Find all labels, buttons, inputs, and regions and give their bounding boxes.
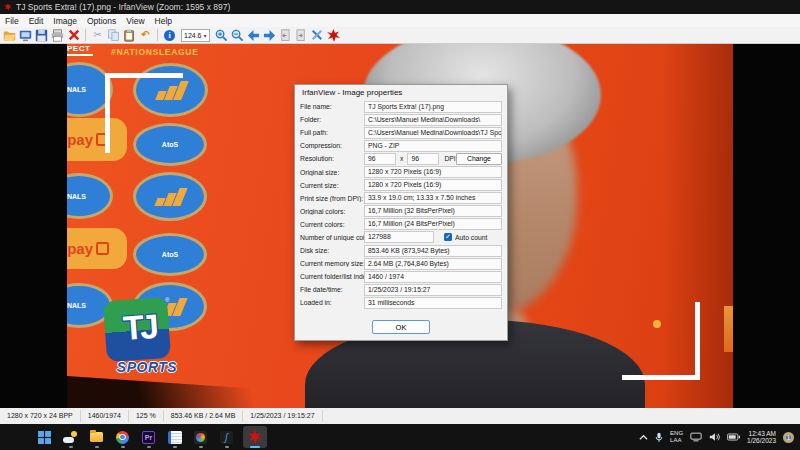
battery-icon[interactable] <box>727 433 740 441</box>
microphone-icon[interactable] <box>655 432 663 443</box>
toolbar-separator <box>157 29 158 41</box>
irfanview-icon <box>248 430 262 444</box>
s-app-icon: ʃ <box>220 431 233 444</box>
sponsor-badge-adidas <box>133 172 207 221</box>
exit-red-icon <box>327 29 340 42</box>
status-filesize: 853.46 KB / 2.64 MB <box>164 410 244 422</box>
active-app-indicator <box>250 446 260 448</box>
change-dpi-button[interactable]: Change <box>456 153 502 165</box>
status-zoom: 125 % <box>129 410 164 422</box>
windows-taskbar: Pr ʃ ENG LAA 12:43 AM 1/26/2023 1 <box>0 424 800 450</box>
chrome-icon <box>116 431 129 444</box>
row-folder: Folder: C:\Users\Manuel Medina\Downloads… <box>295 113 507 126</box>
row-value: PNG - ZIP <box>364 140 502 152</box>
slideshow-icon <box>19 29 32 42</box>
clock[interactable]: 12:43 AM 1/26/2023 <box>747 430 776 445</box>
notepad-icon <box>168 431 182 444</box>
irfanview-app-icon <box>4 3 12 11</box>
paste-button[interactable] <box>122 28 137 43</box>
paste-icon <box>123 29 136 42</box>
row-label: Current memory size: <box>300 260 364 267</box>
menu-file[interactable]: File <box>0 16 24 26</box>
row-label: Compression: <box>300 142 364 149</box>
row-value: 1280 x 720 Pixels (16:9) <box>364 179 502 191</box>
ok-button[interactable]: OK <box>372 320 430 334</box>
zoom-out-button[interactable] <box>230 28 245 43</box>
menu-image[interactable]: Image <box>48 16 82 26</box>
respect-underline <box>67 54 93 56</box>
delete-icon <box>68 29 80 41</box>
cut-icon: ✂ <box>93 30 101 40</box>
alipay-logo <box>96 242 109 255</box>
photo-yellow-streak <box>724 306 733 352</box>
row-label: Disk size: <box>300 247 364 254</box>
start-button[interactable] <box>35 427 54 448</box>
auto-count-checkbox[interactable]: ✓ <box>444 233 452 241</box>
photos-button[interactable] <box>191 427 210 448</box>
resolution-y-input[interactable] <box>407 153 439 165</box>
open-button[interactable] <box>2 28 17 43</box>
delete-button[interactable] <box>66 28 81 43</box>
tj-logo-caption: SPORTS <box>99 359 195 375</box>
respect-text: PECT <box>67 44 90 53</box>
speaker-icon[interactable] <box>709 432 720 442</box>
file-explorer-button[interactable] <box>87 427 106 448</box>
row-value: 2.64 MB (2,764,840 Bytes) <box>364 258 502 270</box>
widgets-button[interactable] <box>61 427 80 448</box>
unique-colors-input[interactable] <box>364 231 434 243</box>
slideshow-button[interactable] <box>18 28 33 43</box>
row-folder-index: Current folder/list index: 1460 / 1974 <box>295 270 507 283</box>
premiere-button[interactable]: Pr <box>139 427 158 448</box>
next-file-button[interactable] <box>262 28 277 43</box>
row-value: 1460 / 1974 <box>364 271 502 283</box>
page-next-button[interactable] <box>294 28 309 43</box>
next-file-icon <box>263 29 276 42</box>
s-app-button[interactable]: ʃ <box>217 427 236 448</box>
open-folder-icon <box>3 29 16 42</box>
registered-mark: ® <box>165 297 169 303</box>
language-indicator[interactable]: ENG LAA <box>670 430 683 444</box>
previous-file-button[interactable] <box>246 28 261 43</box>
row-value: C:\Users\Manuel Medina\Downloads\ <box>364 114 502 126</box>
adidas-logo <box>156 188 184 206</box>
row-unique-colors: Number of unique colors: ✓ Auto count <box>295 231 507 244</box>
menu-view[interactable]: View <box>121 16 149 26</box>
save-icon <box>35 29 48 42</box>
row-resolution: Resolution: x DPI Change <box>295 152 507 165</box>
row-file-datetime: File date/time: 1/25/2023 / 19:15:27 <box>295 283 507 296</box>
irfanview-taskbar-button[interactable] <box>243 426 267 448</box>
capture-button[interactable] <box>310 28 325 43</box>
copy-button[interactable] <box>106 28 121 43</box>
exit-button[interactable] <box>326 28 341 43</box>
zoom-level-combo[interactable]: 124.6 ▾ <box>181 29 210 42</box>
weather-icon <box>63 431 78 444</box>
print-button[interactable] <box>50 28 65 43</box>
save-button[interactable] <box>34 28 49 43</box>
network-icon[interactable] <box>690 432 702 442</box>
row-label: Current size: <box>300 182 364 189</box>
info-button[interactable]: i <box>162 28 177 43</box>
row-value: 31 milliseconds <box>364 297 502 309</box>
zoom-in-button[interactable] <box>214 28 229 43</box>
row-original-colors: Original colors: 16,7 Million (32 BitsPe… <box>295 205 507 218</box>
resolution-x-input[interactable] <box>364 153 396 165</box>
menu-help[interactable]: Help <box>150 16 177 26</box>
cut-button[interactable]: ✂ <box>90 28 105 43</box>
page-previous-button[interactable] <box>278 28 293 43</box>
frame-bracket-top-left <box>105 73 183 153</box>
row-label: Resolution: <box>300 155 364 162</box>
photos-icon <box>194 431 207 444</box>
menu-options[interactable]: Options <box>82 16 121 26</box>
hidden-icons-chevron[interactable] <box>639 434 648 441</box>
notification-badge[interactable]: 1 <box>783 432 794 443</box>
chrome-button[interactable] <box>113 427 132 448</box>
row-compression: Compression: PNG - ZIP <box>295 139 507 152</box>
undo-button[interactable]: ↶ <box>138 28 153 43</box>
row-value: 16,7 Million (24 BitsPerPixel) <box>364 218 502 230</box>
row-value: 1/25/2023 / 19:15:27 <box>364 284 502 296</box>
nationsleague-hashtag: #NATIONSLEAGUE <box>111 47 199 57</box>
clock-date: 1/26/2023 <box>747 437 776 445</box>
zoom-in-icon <box>215 29 228 42</box>
notepad-button[interactable] <box>165 427 184 448</box>
menu-edit[interactable]: Edit <box>24 16 49 26</box>
